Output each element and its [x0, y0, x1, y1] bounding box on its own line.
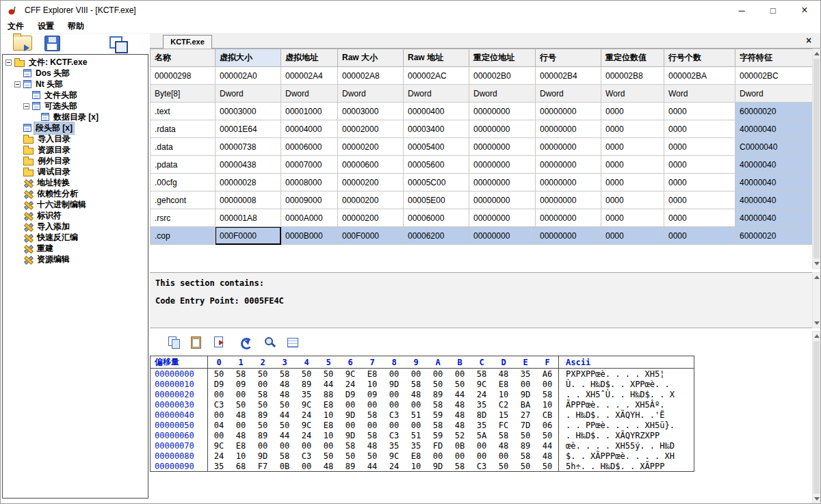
hex-byte[interactable]: 10: [361, 380, 383, 389]
copy-icon[interactable]: [168, 336, 180, 348]
hex-byte[interactable]: 58: [339, 441, 361, 451]
hex-byte[interactable]: 27: [514, 410, 536, 420]
hex-byte[interactable]: 35: [471, 421, 493, 430]
hex-byte[interactable]: 50: [252, 400, 274, 410]
tree-item[interactable]: 十六进制编辑: [3, 199, 148, 210]
hex-byte[interactable]: 04: [208, 421, 230, 430]
tree-item[interactable]: 资源目录: [3, 144, 148, 155]
column-header[interactable]: 重定位地址: [469, 49, 536, 67]
hex-byte[interactable]: 9D: [339, 410, 361, 420]
hex-byte[interactable]: 89: [252, 410, 274, 420]
hex-byte[interactable]: 44: [361, 462, 383, 471]
section-name-cell[interactable]: .gehcont: [151, 191, 216, 209]
hex-byte[interactable]: 00: [296, 462, 317, 471]
hex-byte[interactable]: 89: [296, 380, 317, 389]
section-value-cell[interactable]: 00005600: [404, 156, 469, 174]
hex-byte[interactable]: 00: [427, 451, 449, 461]
tab-close-icon[interactable]: ×: [803, 34, 815, 47]
close-button[interactable]: ×: [789, 1, 820, 20]
offset-cell[interactable]: 000002A0: [216, 67, 281, 85]
hex-byte[interactable]: E8: [405, 451, 427, 461]
hex-byte[interactable]: 00: [536, 380, 558, 389]
open-file-icon[interactable]: [13, 36, 32, 51]
scroll-down-icon[interactable]: [813, 318, 820, 328]
hex-ascii[interactable]: . . XH5ˆÙ. . H‰D$. . X: [558, 389, 694, 399]
hex-byte[interactable]: 58: [252, 390, 274, 399]
type-cell[interactable]: Dword: [536, 85, 601, 103]
save-file-icon[interactable]: [44, 36, 60, 51]
hex-byte[interactable]: C2: [493, 400, 514, 410]
tree-item[interactable]: 调试目录: [3, 166, 148, 177]
type-cell[interactable]: Dword: [735, 85, 813, 103]
hex-byte[interactable]: 48: [361, 441, 383, 451]
hex-byte[interactable]: 48: [449, 421, 471, 430]
hex-byte[interactable]: 48: [493, 441, 514, 451]
offset-cell[interactable]: 000002A8: [338, 67, 404, 85]
section-value-cell[interactable]: 00000000: [469, 120, 536, 138]
scroll-up-icon[interactable]: [813, 273, 820, 282]
hex-byte[interactable]: 50: [252, 369, 274, 379]
maximize-button[interactable]: □: [757, 1, 789, 20]
hex-byte[interactable]: 9C: [383, 451, 405, 461]
hex-byte[interactable]: 50: [230, 400, 252, 410]
hex-byte[interactable]: 58: [427, 400, 449, 410]
hex-byte[interactable]: E8: [230, 441, 252, 451]
hex-byte[interactable]: 44: [274, 431, 296, 440]
section-value-cell[interactable]: 00000738: [216, 138, 281, 156]
hex-byte[interactable]: 00: [361, 421, 383, 430]
hex-byte[interactable]: 00: [383, 369, 405, 379]
section-value-cell[interactable]: 00000000: [469, 156, 536, 174]
section-value-cell[interactable]: 00000028: [216, 174, 281, 191]
hex-byte[interactable]: 00: [449, 451, 471, 461]
section-value-cell[interactable]: 0000: [664, 138, 735, 156]
tree-collapse-toggle[interactable]: [14, 81, 21, 88]
section-value-cell[interactable]: 40000040: [735, 174, 813, 191]
hex-offset[interactable]: 00000080: [151, 451, 208, 461]
hex-byte[interactable]: 00: [514, 380, 536, 389]
table-scrollbar[interactable]: [812, 49, 821, 269]
tree-collapse-toggle[interactable]: [5, 59, 12, 66]
hex-byte[interactable]: 58: [427, 421, 449, 430]
section-value-cell[interactable]: 0000: [664, 227, 735, 245]
hex-byte[interactable]: 8D: [471, 410, 493, 420]
export-icon[interactable]: [213, 336, 225, 348]
hex-byte[interactable]: 50: [317, 369, 339, 379]
hex-byte[interactable]: C3: [296, 451, 317, 461]
hex-byte[interactable]: 50: [274, 421, 296, 430]
hex-byte[interactable]: 58: [471, 369, 493, 379]
section-name-cell[interactable]: .rsrc: [151, 209, 216, 227]
hex-byte[interactable]: 48: [405, 390, 427, 399]
hex-byte[interactable]: 48: [449, 410, 471, 420]
section-value-cell[interactable]: 00006200: [404, 227, 469, 245]
hex-byte[interactable]: 89: [252, 431, 274, 440]
section-value-cell[interactable]: 00004000: [281, 120, 338, 138]
hex-byte[interactable]: 00: [208, 431, 230, 440]
hex-offset[interactable]: 00000040: [151, 410, 208, 420]
hex-byte[interactable]: 35: [405, 441, 427, 451]
hex-offset[interactable]: 00000020: [151, 389, 208, 399]
menu-item-1[interactable]: 设置: [31, 21, 61, 32]
hex-byte[interactable]: 48: [230, 431, 252, 440]
tree-item[interactable]: 导入添加: [3, 221, 148, 232]
hex-byte[interactable]: 00: [383, 421, 405, 430]
hex-byte[interactable]: 50: [536, 462, 558, 471]
hex-byte[interactable]: 58: [449, 462, 471, 471]
hex-byte[interactable]: 89: [514, 441, 536, 451]
tree-item[interactable]: 重建: [3, 243, 148, 254]
hex-byte[interactable]: 58: [361, 431, 383, 440]
hex-byte[interactable]: 35: [296, 390, 317, 399]
hex-byte[interactable]: 00: [493, 451, 514, 461]
hex-byte[interactable]: F7: [252, 462, 274, 471]
hex-byte[interactable]: 9D: [383, 380, 405, 389]
section-value-cell[interactable]: 00000000: [536, 103, 601, 120]
section-value-cell[interactable]: 0000: [601, 156, 664, 174]
type-cell[interactable]: Word: [601, 85, 664, 103]
tree-item[interactable]: 数据目录 [x]: [3, 111, 148, 122]
hex-byte[interactable]: 59: [427, 410, 449, 420]
hex-byte[interactable]: 58: [514, 451, 536, 461]
section-value-cell[interactable]: 00003400: [404, 120, 469, 138]
section-value-cell[interactable]: 60000020: [735, 103, 813, 120]
hex-offset[interactable]: 00000050: [151, 420, 208, 430]
hex-byte[interactable]: 58: [274, 451, 296, 461]
hex-byte[interactable]: 00: [405, 421, 427, 430]
